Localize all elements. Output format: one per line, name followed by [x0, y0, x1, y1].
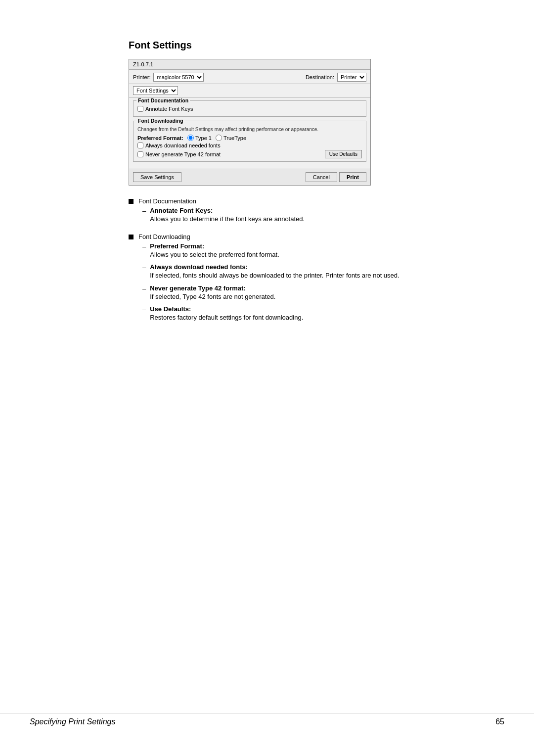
use-defaults-button[interactable]: Use Defaults [325, 150, 362, 158]
never-generate-checkbox-row: Never generate Type 42 format [137, 151, 221, 157]
printer-select[interactable]: magicolor 5570 [153, 73, 204, 82]
page-title: Font Settings [129, 40, 475, 51]
font-doc-section-label: Font Documentation [136, 97, 190, 103]
cancel-button[interactable]: Cancel [306, 172, 337, 182]
sub-desc: If selected, Type 42 fonts are not gener… [150, 292, 475, 302]
version-label: Z1-0.7.1 [133, 61, 153, 67]
sub-title: Use Defaults: [150, 305, 475, 313]
dash-icon: – [142, 207, 146, 216]
settings-select[interactable]: Font Settings [133, 86, 178, 95]
sub-list: – Preferred Format: Allows you to select… [142, 242, 475, 323]
sub-desc: Restores factory default settings for fo… [150, 313, 475, 323]
preferred-format-label: Preferred Format: [137, 135, 183, 141]
font-downloading-section: Font Downloading Changes from the Defaul… [133, 121, 366, 162]
dash-icon: – [142, 242, 146, 251]
destination-label: Destination: [306, 74, 334, 80]
preferred-format-row: Preferred Format: Type 1 TrueType [137, 135, 362, 141]
sub-item: – Never generate Type 42 format: If sele… [142, 284, 475, 302]
dialog-body: Font Documentation Annotate Font Keys Fo… [129, 97, 370, 169]
description-list: Font Documentation – Annotate Font Keys:… [129, 197, 475, 327]
dialog-box: Z1-0.7.1 Printer: magicolor 5570 Destina… [129, 59, 371, 186]
dialog-footer: Save Settings Cancel Print [129, 169, 370, 185]
dash-icon: – [142, 305, 146, 314]
truetype-label: TrueType [223, 135, 246, 141]
print-button[interactable]: Print [339, 172, 366, 182]
always-download-checkbox[interactable] [137, 142, 143, 148]
save-settings-button[interactable]: Save Settings [133, 172, 181, 182]
sub-list: – Annotate Font Keys: Allows you to dete… [142, 207, 475, 224]
never-generate-row: Never generate Type 42 format Use Defaul… [137, 150, 362, 158]
dash-icon: – [142, 284, 146, 293]
list-item: Font Documentation – Annotate Font Keys:… [129, 197, 475, 228]
always-download-row: Always download needed fonts [137, 142, 362, 148]
font-documentation-section: Font Documentation Annotate Font Keys [133, 100, 366, 117]
list-item: Font Downloading – Preferred Format: All… [129, 233, 475, 327]
settings-dropdown-row: Font Settings [129, 84, 370, 97]
sub-item: – Annotate Font Keys: Allows you to dete… [142, 207, 475, 224]
info-text: Changes from the Default Settings may af… [137, 126, 362, 133]
sub-item: – Use Defaults: Restores factory default… [142, 305, 475, 323]
sub-title: Always download needed fonts: [150, 263, 475, 271]
annotate-font-keys-label: Annotate Font Keys [145, 106, 193, 112]
dash-icon: – [142, 263, 146, 272]
sub-content: Never generate Type 42 format: If select… [150, 284, 475, 302]
desc-title: Font Downloading [138, 233, 190, 240]
annotate-font-keys-row: Annotate Font Keys [137, 106, 362, 112]
sub-item: – Always download needed fonts: If selec… [142, 263, 475, 281]
type1-radio[interactable] [187, 135, 194, 141]
printer-label: Printer: [133, 74, 150, 80]
page-footer: Specifying Print Settings 65 [0, 713, 534, 726]
type1-label: Type 1 [195, 135, 212, 141]
sub-item: – Preferred Format: Allows you to select… [142, 242, 475, 260]
sub-content: Preferred Format: Allows you to select t… [150, 242, 475, 260]
footer-page-number: 65 [495, 717, 504, 726]
font-downloading-section-label: Font Downloading [136, 118, 185, 124]
printer-row: Printer: magicolor 5570 Destination: Pri… [129, 70, 370, 84]
dialog-header: Z1-0.7.1 [129, 59, 370, 70]
sub-desc: Allows you to determine if the font keys… [150, 214, 475, 224]
sub-title: Never generate Type 42 format: [150, 284, 475, 292]
sub-content: Always download needed fonts: If selecte… [150, 263, 475, 281]
annotate-font-keys-checkbox[interactable] [137, 106, 143, 112]
bullet-icon [129, 199, 134, 204]
sub-content: Annotate Font Keys: Allows you to determ… [150, 207, 475, 224]
sub-title: Preferred Format: [150, 242, 475, 250]
destination-select[interactable]: Printer [337, 73, 366, 82]
bullet-icon [129, 235, 134, 239]
never-generate-label: Never generate Type 42 format [145, 151, 221, 157]
sub-content: Use Defaults: Restores factory default s… [150, 305, 475, 323]
never-generate-checkbox[interactable] [137, 151, 143, 157]
sub-desc: If selected, fonts should always be down… [150, 271, 475, 281]
sub-desc: Allows you to select the preferred font … [150, 250, 475, 260]
desc-title: Font Documentation [138, 197, 196, 205]
footer-title: Specifying Print Settings [30, 717, 115, 726]
sub-title: Annotate Font Keys: [150, 207, 475, 214]
truetype-radio[interactable] [216, 135, 222, 141]
always-download-label: Always download needed fonts [145, 142, 221, 148]
